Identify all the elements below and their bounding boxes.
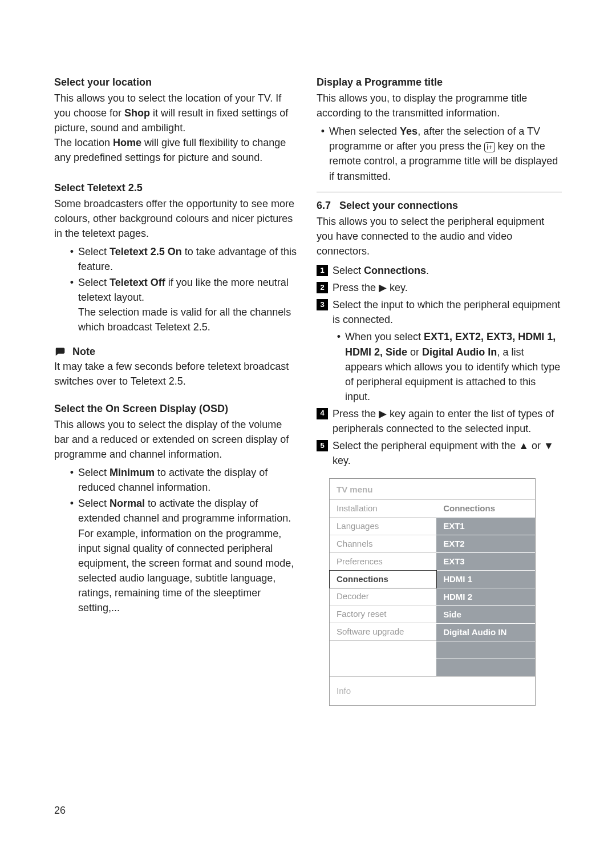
- bullet-text: When selected Yes, after the selection o…: [329, 124, 562, 183]
- text: When selected: [329, 126, 400, 137]
- step-number-badge: 1: [317, 265, 328, 276]
- step-text: Select the input to which the peripheral…: [333, 297, 562, 404]
- heading-teletext: Select Teletext 2.5: [54, 180, 299, 195]
- text: or: [529, 440, 544, 451]
- bold: Minimum: [110, 467, 155, 478]
- numbered-steps: 1 Select Connections. 2 Press the ▶ key.…: [317, 263, 562, 468]
- bold-shop: Shop: [124, 107, 150, 119]
- text: to activate the display of extended chan…: [78, 498, 294, 613]
- para-programme-title: This allows you, to display the programm…: [317, 91, 562, 120]
- sub-bullet-text: When you select EXT1, EXT2, EXT3, HDMI 1…: [345, 329, 562, 403]
- text: key.: [387, 282, 408, 293]
- heading-location: Select your location: [54, 75, 299, 90]
- menu-left-column: Installation Languages Channels Preferen…: [330, 500, 436, 676]
- section-title: Select your connections: [339, 200, 458, 211]
- bullet-icon: •: [66, 244, 78, 259]
- text: Press the: [333, 408, 379, 419]
- bullet-icon: •: [317, 124, 329, 139]
- bullet-text: Select Teletext Off if you like the more…: [78, 275, 299, 334]
- text: The selection made is valid for all the …: [78, 306, 291, 333]
- section-heading: 6.7 Select your connections: [317, 198, 562, 213]
- menu-title: TV menu: [330, 479, 535, 500]
- menu-option-side[interactable]: Side: [436, 606, 535, 624]
- menu-item-languages[interactable]: Languages: [330, 518, 436, 535]
- manual-page: Select your location This allows you to …: [0, 0, 616, 740]
- menu-item-software-upgrade[interactable]: Software upgrade: [330, 623, 436, 641]
- bullet-list: • When selected Yes, after the selection…: [317, 124, 562, 183]
- step: 2 Press the ▶ key.: [317, 280, 562, 295]
- list-item: • Select Minimum to activate the display…: [54, 465, 299, 495]
- step: 1 Select Connections.: [317, 263, 562, 278]
- menu-option-ext2[interactable]: EXT2: [436, 535, 535, 553]
- list-item: • Select Teletext 2.5 On to take advanta…: [54, 244, 299, 274]
- tv-menu-panel: TV menu Installation Languages Channels …: [329, 478, 536, 706]
- bullet-icon: •: [66, 496, 78, 511]
- menu-right-column: Connections EXT1 EXT2 EXT3 HDMI 1 HDMI 2…: [436, 500, 535, 676]
- menu-item-connections[interactable]: Connections: [329, 570, 437, 588]
- right-arrow-icon: ▶: [379, 408, 387, 419]
- menu-option-ext1[interactable]: EXT1: [436, 518, 535, 535]
- bullet-text: Select Normal to activate the display of…: [78, 496, 299, 615]
- info-plus-icon: i+: [484, 142, 495, 152]
- bullet-text: Select Teletext 2.5 On to take advantage…: [78, 244, 299, 274]
- bullet-list: • Select Minimum to activate the display…: [54, 465, 299, 615]
- left-column: Select your location This allows you to …: [54, 71, 299, 706]
- menu-option-blank: [436, 659, 535, 676]
- list-item: • When selected Yes, after the selection…: [317, 124, 562, 183]
- text: or: [407, 346, 422, 358]
- text: .: [426, 265, 429, 276]
- text: Select the peripheral equipment with the: [333, 440, 518, 451]
- para-location: This allows you to select the location o…: [54, 91, 299, 165]
- text: The location: [54, 137, 113, 148]
- bullet-list: • Select Teletext 2.5 On to take advanta…: [54, 244, 299, 335]
- step-text: Press the ▶ key.: [333, 280, 562, 295]
- bold: Connections: [364, 265, 426, 276]
- list-item: • Select Normal to activate the display …: [54, 496, 299, 615]
- step-text: Press the ▶ key again to enter the list …: [333, 406, 562, 436]
- para-connections: This allows you to select the peripheral…: [317, 214, 562, 259]
- menu-option-hdmi2[interactable]: HDMI 2: [436, 588, 535, 606]
- step-number-badge: 4: [317, 408, 328, 419]
- section-number: 6.7: [317, 200, 331, 211]
- para-teletext: Some broadcasters offer the opportunity …: [54, 196, 299, 241]
- step-number-badge: 3: [317, 299, 328, 310]
- bold-home: Home: [113, 137, 141, 148]
- text: Select: [333, 265, 364, 276]
- menu-option-ext3[interactable]: EXT3: [436, 553, 535, 571]
- para-osd: This allows you to select the display of…: [54, 417, 299, 462]
- heading-programme-title: Display a Programme title: [317, 75, 562, 90]
- menu-option-digital-audio-in[interactable]: Digital Audio IN: [436, 624, 535, 641]
- menu-right-header: Connections: [436, 500, 535, 518]
- menu-option-blank: [436, 641, 535, 659]
- bullet-text: Select Minimum to activate the display o…: [78, 465, 299, 495]
- bold: Teletext Off: [110, 277, 165, 288]
- menu-item-preferences[interactable]: Preferences: [330, 553, 436, 571]
- note-heading: Note: [54, 344, 299, 359]
- bold: Normal: [110, 498, 145, 509]
- bullet-icon: •: [66, 465, 78, 480]
- menu-item-decoder[interactable]: Decoder: [330, 588, 436, 605]
- text: Select: [78, 498, 110, 509]
- heading-osd: Select the On Screen Display (OSD): [54, 401, 299, 416]
- step: 5 Select the peripheral equipment with t…: [317, 438, 562, 468]
- list-item: • Select Teletext Off if you like the mo…: [54, 275, 299, 334]
- menu-item-channels[interactable]: Channels: [330, 535, 436, 553]
- bold: Digital Audio In: [422, 346, 497, 358]
- text: When you select: [345, 331, 424, 342]
- down-arrow-icon: ▼: [544, 440, 554, 451]
- right-arrow-icon: ▶: [379, 282, 387, 293]
- menu-info-label: Info: [330, 676, 535, 705]
- section-divider: [317, 192, 562, 192]
- text: Select: [78, 467, 110, 478]
- text: Press the: [333, 282, 379, 293]
- menu-body: Installation Languages Channels Preferen…: [330, 500, 535, 676]
- step: 3 Select the input to which the peripher…: [317, 297, 562, 404]
- sub-list-item: • When you select EXT1, EXT2, EXT3, HDMI…: [333, 329, 562, 403]
- text: Select the input to which the peripheral…: [333, 299, 560, 325]
- text: Select: [78, 246, 110, 257]
- step-text: Select the peripheral equipment with the…: [333, 438, 562, 468]
- right-column: Display a Programme title This allows yo…: [317, 71, 562, 706]
- menu-option-hdmi1[interactable]: HDMI 1: [436, 571, 535, 588]
- menu-item-factory-reset[interactable]: Factory reset: [330, 605, 436, 623]
- step-text: Select Connections.: [333, 263, 562, 278]
